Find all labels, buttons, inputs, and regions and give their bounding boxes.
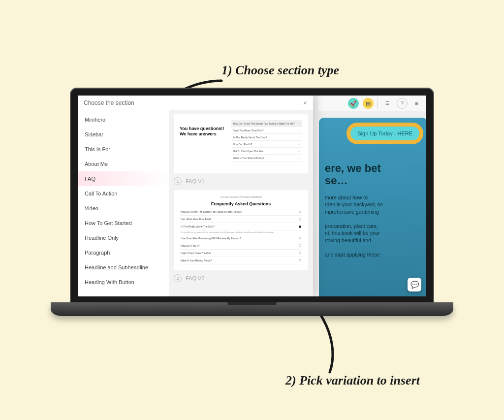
radio-icon — [299, 252, 301, 254]
faq-v1-heading: You have questions!! We have answers — [180, 120, 226, 162]
laptop-notch — [227, 302, 277, 305]
app-topbar: 🚀 ▤ ☰ ? ⊞ — [318, 96, 426, 111]
laptop-base — [51, 302, 453, 316]
faq-v2-item: How Soon After Purchasing Will I Receive… — [180, 235, 302, 242]
chevron-down-icon: ⌄ — [298, 156, 300, 160]
signup-pill-button[interactable]: Sign Up Today - HERE — [346, 123, 423, 144]
variation-panel: You have questions!! We have answers How… — [169, 110, 313, 296]
variation-number: 2 — [174, 274, 182, 282]
background-page-card: Sign Up Today - HERE ere, we bet se… mor… — [319, 118, 426, 296]
faq-v2-item: How Do I Know The Simple Fab Toolkit Is … — [180, 208, 302, 216]
chevron-down-icon: ⌄ — [298, 135, 300, 139]
section-item-this-is-for[interactable]: This Is For — [78, 142, 169, 157]
variation-name: FAQ V2 — [186, 275, 205, 281]
section-item-faq[interactable]: FAQ — [78, 171, 169, 186]
faq-v2-item: Is This Really Worth The Cost? — [180, 223, 302, 230]
section-item-sidebar[interactable]: Sidebar — [78, 127, 169, 142]
section-item-paragraph[interactable]: Paragraph — [78, 245, 169, 260]
bg-body-1: more about how to rden in your backyard,… — [325, 194, 421, 216]
help-icon[interactable]: ? — [397, 98, 408, 109]
faq-v1-item: Help! I Can't Open The File!⌄ — [231, 148, 302, 155]
doc-icon[interactable]: ▤ — [363, 98, 374, 109]
radio-icon — [299, 259, 301, 261]
faq-v2-expanded: For the skills, for the support, for the… — [180, 230, 302, 235]
section-item-headline-only[interactable]: Headline Only — [78, 230, 169, 245]
close-icon[interactable]: × — [303, 99, 307, 107]
annotation-step1: 1) Choose section type — [221, 63, 339, 78]
faq-v1-item: How Do I Find It?⌄ — [231, 141, 302, 148]
radio-icon — [299, 244, 301, 247]
choose-section-modal: Choose the section × Minihero Sidebar Th… — [78, 96, 313, 296]
bg-body-3: and start applying these — [325, 251, 421, 258]
faq-v2-item: How Do I Find It? — [180, 242, 302, 250]
chat-widget-icon[interactable]: 💬 — [408, 278, 421, 291]
variation-card-faq-v2[interactable]: You have questions!! We have ANSWERS Fre… — [174, 190, 308, 270]
faq-v1-item: Is This Really Worth The Cost?⌄ — [231, 134, 302, 141]
variation-number: 1 — [174, 177, 182, 185]
bg-headline: ere, we bet se… — [325, 162, 421, 187]
section-type-list: Minihero Sidebar This Is For About Me FA… — [78, 110, 169, 296]
list-icon[interactable]: ☰ — [382, 98, 393, 109]
faq-v1-item: What Is Your Refund Policy?⌄ — [231, 155, 302, 162]
section-item-headline-subheadline[interactable]: Headline and Subheadline — [78, 260, 169, 275]
faq-v2-item: Help! I Can't Open The File! — [180, 250, 302, 257]
modal-body: Minihero Sidebar This Is For About Me FA… — [78, 110, 313, 296]
modal-header: Choose the section × — [78, 96, 313, 110]
faq-v1-item: How Do I Know The Simple Fab Toolkit Is … — [231, 120, 302, 127]
section-item-about-me[interactable]: About Me — [78, 157, 169, 171]
laptop-screen: 🚀 ▤ ☰ ? ⊞ Sign Up Today - HERE ere, we b… — [78, 96, 426, 296]
faq-v2-heading: Frequently Asked Questions — [180, 201, 302, 206]
variation-name: FAQ V1 — [186, 178, 205, 184]
section-item-heading-with-button[interactable]: Heading With Button — [78, 275, 169, 290]
faq-v2-item: Can I Find More Time First? — [180, 216, 302, 223]
separator — [378, 99, 378, 108]
chevron-down-icon: ⌄ — [298, 129, 300, 132]
faq-v2-item: What Is Your Refund Policy? — [180, 257, 302, 264]
section-item-how-to-get-started[interactable]: How To Get Started — [78, 216, 169, 230]
radio-icon — [299, 226, 301, 228]
laptop-mockup: 🚀 ▤ ☰ ? ⊞ Sign Up Today - HERE ere, we b… — [66, 88, 438, 329]
radio-icon — [299, 218, 301, 221]
variation-label-v1: 1 FAQ V1 — [174, 177, 308, 185]
section-item-video[interactable]: Video — [78, 201, 169, 216]
modal-title: Choose the section — [84, 99, 134, 106]
rocket-icon[interactable]: 🚀 — [348, 98, 359, 109]
section-item-minihero[interactable]: Minihero — [78, 112, 169, 127]
chevron-down-icon: ⌄ — [298, 149, 300, 153]
annotation-step2: 2) Pick variation to insert — [285, 373, 420, 388]
radio-icon — [299, 211, 301, 213]
variation-label-v2: 2 FAQ V2 — [174, 274, 308, 282]
grid-icon[interactable]: ⊞ — [411, 98, 422, 109]
chevron-down-icon: ⌄ — [298, 142, 300, 146]
faq-v2-subtitle: You have questions!! We have ANSWERS — [180, 196, 302, 198]
laptop-screen-frame: 🚀 ▤ ☰ ? ⊞ Sign Up Today - HERE ere, we b… — [70, 88, 434, 304]
faq-v1-item: Can I Find More Time First?⌄ — [231, 127, 302, 134]
variation-card-faq-v1[interactable]: You have questions!! We have answers How… — [174, 114, 308, 173]
bg-body-2: preparation, plant care, nt, this book w… — [325, 223, 421, 244]
radio-icon — [299, 237, 301, 239]
section-item-cta[interactable]: Call To Action — [78, 186, 169, 201]
faq-v1-list: How Do I Know The Simple Fab Toolkit Is … — [231, 120, 302, 162]
chevron-down-icon: ⌄ — [298, 122, 300, 125]
